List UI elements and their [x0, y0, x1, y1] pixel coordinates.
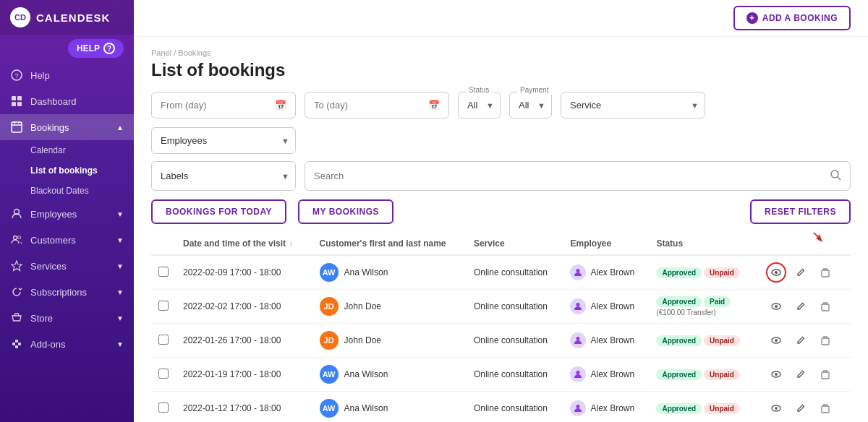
- from-day-input[interactable]: [161, 100, 269, 111]
- red-arrow-annotation: [778, 233, 829, 244]
- row-checkbox[interactable]: [158, 369, 169, 379]
- reset-filters-button[interactable]: RESET FILTERS: [750, 199, 851, 224]
- status-filter[interactable]: Status All ▼: [458, 92, 501, 119]
- sidebar-store-label: Store: [30, 313, 53, 324]
- edit-button[interactable]: [791, 398, 811, 418]
- view-button[interactable]: [766, 398, 786, 418]
- customer-avatar: AW: [320, 263, 339, 282]
- sidebar-customers-label: Customers: [30, 235, 76, 246]
- edit-button[interactable]: [791, 296, 811, 316]
- payment-info: (€100.00 Transfer): [656, 309, 752, 316]
- status-badge: Approved: [656, 267, 702, 278]
- status-badge: Approved: [656, 335, 702, 346]
- service-cell: Online consultation: [467, 392, 563, 423]
- delete-button[interactable]: [815, 296, 835, 316]
- view-button[interactable]: [766, 364, 786, 384]
- edit-button[interactable]: [791, 330, 811, 350]
- labels-filter[interactable]: Labels ▼: [151, 161, 296, 191]
- sidebar-item-subscriptions[interactable]: Subscriptions ▼: [0, 279, 134, 305]
- actions-cell: [759, 255, 851, 290]
- top-bar: + ADD A BOOKING: [134, 0, 868, 37]
- delete-button[interactable]: [815, 398, 835, 418]
- help-button[interactable]: HELP ?: [68, 39, 124, 58]
- svg-rect-30: [822, 304, 829, 311]
- sidebar-item-store[interactable]: Store ▼: [0, 305, 134, 331]
- service-select[interactable]: Service: [561, 92, 705, 118]
- bookings-today-button[interactable]: BOOKINGS FOR TODAY: [151, 199, 286, 224]
- edit-button[interactable]: [791, 262, 811, 283]
- sidebar-item-addons[interactable]: Add-ons ▼: [0, 331, 134, 357]
- row-checkbox-cell: [151, 392, 176, 423]
- svg-point-20: [576, 269, 580, 272]
- row-checkbox[interactable]: [158, 267, 169, 277]
- sort-icon[interactable]: ↑: [289, 240, 293, 248]
- sidebar-sub-calendar[interactable]: Calendar: [0, 140, 134, 160]
- employee-name: Alex Brown: [590, 369, 634, 379]
- my-bookings-button[interactable]: MY BOOKINGS: [298, 199, 393, 224]
- addons-arrow-icon: ▼: [116, 340, 124, 348]
- svg-rect-4: [12, 102, 16, 106]
- employees-arrow-icon: ▼: [116, 210, 124, 218]
- sidebar-sub-list-bookings[interactable]: List of bookings: [0, 160, 134, 181]
- row-actions: [766, 330, 843, 350]
- employee-name: Alex Brown: [590, 301, 634, 311]
- svg-point-12: [18, 236, 21, 239]
- main-content: + ADD A BOOKING Panel / Bookings List of…: [134, 0, 868, 422]
- employees-select[interactable]: Employees: [152, 128, 295, 153]
- sidebar-item-bookings[interactable]: Bookings ▲: [0, 114, 134, 140]
- row-checkbox-cell: [151, 290, 176, 324]
- delete-button[interactable]: [815, 262, 835, 283]
- logo: CD CALENDESK: [0, 0, 134, 35]
- sidebar-nav: ? Help Dashboard Bookings ▲ Calendar Lis…: [0, 62, 134, 422]
- search-input[interactable]: [314, 171, 824, 181]
- payment-filter[interactable]: Payment All ▼: [509, 92, 552, 119]
- help-label: HELP: [77, 43, 100, 53]
- employee-name: Alex Brown: [590, 403, 634, 413]
- customer-avatar: AW: [320, 399, 339, 418]
- svg-text:?: ?: [14, 72, 18, 79]
- th-date: Date and time of the visit ↑: [176, 233, 312, 255]
- customer-name: Ana Wilson: [344, 267, 388, 277]
- sidebar-sub-blackout-dates[interactable]: Blackout Dates: [0, 181, 134, 201]
- help-nav-icon: ?: [10, 69, 23, 82]
- to-day-filter[interactable]: 📅: [305, 92, 449, 119]
- actions-cell: [759, 324, 851, 358]
- status-badge: Approved: [656, 369, 702, 380]
- view-button[interactable]: [766, 330, 786, 350]
- customer-avatar: JD: [320, 331, 339, 350]
- sidebar-services-label: Services: [30, 261, 67, 272]
- sidebar-item-customers[interactable]: Customers ▼: [0, 227, 134, 253]
- employees-filter[interactable]: Employees ▼: [151, 127, 296, 154]
- row-checkbox[interactable]: [158, 335, 169, 345]
- row-checkbox[interactable]: [158, 301, 169, 311]
- labels-select[interactable]: Labels: [152, 163, 295, 189]
- svg-point-36: [775, 339, 778, 342]
- status-label: Status: [466, 86, 492, 94]
- delete-button[interactable]: [815, 330, 835, 350]
- service-filter[interactable]: Service ▼: [561, 92, 705, 119]
- add-booking-button[interactable]: + ADD A BOOKING: [733, 6, 851, 30]
- search-field[interactable]: [305, 161, 851, 191]
- row-actions: [766, 398, 843, 418]
- svg-point-34: [576, 337, 580, 340]
- status-select[interactable]: All: [459, 92, 500, 118]
- edit-button[interactable]: [791, 364, 811, 384]
- date-cell: 2022-02-09 17:00 - 18:00: [176, 255, 312, 290]
- sidebar-item-employees[interactable]: Employees ▼: [0, 201, 134, 227]
- sidebar-item-dashboard[interactable]: Dashboard: [0, 88, 134, 114]
- sidebar-item-services[interactable]: Services ▼: [0, 253, 134, 279]
- row-checkbox[interactable]: [158, 402, 169, 413]
- th-customer: Customer's first and last name: [312, 233, 467, 255]
- service-cell: Online consultation: [467, 290, 563, 324]
- sidebar-employees-label: Employees: [30, 209, 77, 220]
- sidebar-item-help[interactable]: ? Help: [0, 62, 134, 88]
- th-service: Service: [467, 233, 563, 255]
- view-button[interactable]: [766, 296, 786, 316]
- payment-select[interactable]: All: [510, 92, 551, 118]
- delete-button[interactable]: [815, 364, 835, 384]
- to-day-input[interactable]: [314, 100, 422, 111]
- view-button[interactable]: [766, 262, 786, 283]
- employee-name: Alex Brown: [590, 267, 634, 277]
- svg-point-48: [576, 405, 580, 408]
- from-day-filter[interactable]: 📅: [151, 92, 296, 119]
